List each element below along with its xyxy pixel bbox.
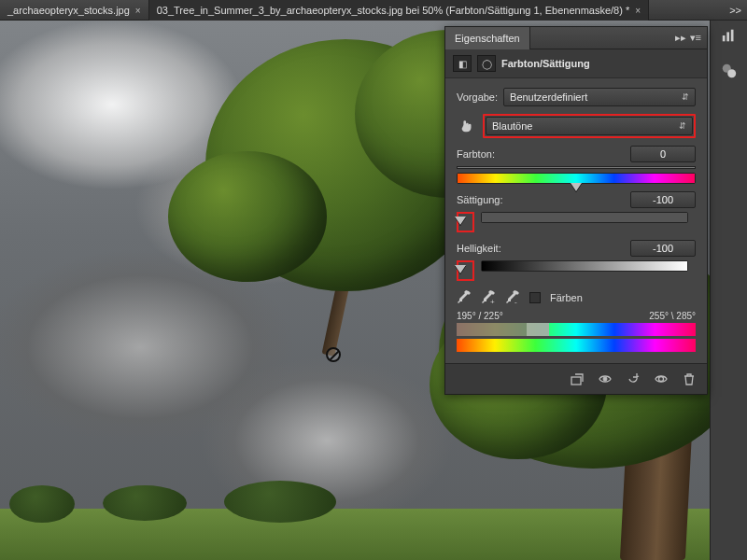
toggle-visibility-icon[interactable] <box>653 371 669 386</box>
colorize-label: Färben <box>550 292 583 303</box>
saturation-label: Sättigung: <box>457 194 503 205</box>
clip-to-layer-icon[interactable] <box>569 371 585 386</box>
panel-header[interactable]: Eigenschaften ▸▸ ▾≡ <box>445 27 707 49</box>
preset-label: Vorgabe: <box>457 91 498 103</box>
channel-value: Blautöne <box>492 120 532 132</box>
histogram-panel-icon[interactable] <box>719 26 740 45</box>
mask-icon[interactable]: ◯ <box>477 55 496 72</box>
saturation-value-input[interactable]: -100 <box>630 191 696 208</box>
svg-point-4 <box>727 69 736 77</box>
lightness-value-input[interactable]: -100 <box>630 240 696 257</box>
svg-point-8 <box>603 377 607 381</box>
preset-value: Benutzerdefiniert <box>510 91 587 103</box>
reset-icon[interactable] <box>625 371 641 386</box>
right-dock <box>710 21 747 560</box>
channel-select[interactable]: Blautöne ⇵ <box>486 117 693 135</box>
lightness-slider[interactable] <box>481 260 688 272</box>
eyedropper-subtract-icon[interactable]: - <box>505 290 520 305</box>
panel-menu-icon[interactable]: ▾≡ <box>690 32 701 44</box>
svg-text:+: + <box>490 298 495 305</box>
saturation-slider[interactable] <box>481 212 688 223</box>
tab-label: _archaeopteryx_stocks.jpg <box>7 5 130 16</box>
document-tab[interactable]: 03_Tree_in_Summer_3_by_archaeopteryx_sto… <box>149 0 649 21</box>
close-icon[interactable]: × <box>135 6 141 16</box>
panel-collapse-icon[interactable]: ▸▸ <box>675 32 686 44</box>
targeted-adjust-icon[interactable] <box>457 117 477 135</box>
tab-overflow-button[interactable]: >> <box>724 0 747 20</box>
hue-range-bar-bottom[interactable] <box>457 339 696 352</box>
view-previous-icon[interactable] <box>597 371 613 386</box>
adjustment-header: ◧ ◯ Farbton/Sättigung <box>445 49 707 78</box>
lightness-label: Helligkeit: <box>457 243 501 254</box>
document-tab-bar: _archaeopteryx_stocks.jpg × 03_Tree_in_S… <box>0 0 747 21</box>
properties-panel: Eigenschaften ▸▸ ▾≡ ◧ ◯ Farbton/Sättigun… <box>444 26 708 395</box>
tab-label: 03_Tree_in_Summer_3_by_archaeopteryx_sto… <box>157 5 630 16</box>
svg-rect-0 <box>722 35 725 41</box>
chevron-updown-icon: ⇵ <box>679 121 686 131</box>
preset-select[interactable]: Benutzerdefiniert ⇵ <box>503 88 696 106</box>
svg-rect-7 <box>571 377 581 385</box>
adjustment-type-icon[interactable]: ◧ <box>453 55 472 72</box>
range-right-label: 255° \ 285° <box>649 311 696 321</box>
adjustment-title: Farbton/Sättigung <box>501 58 590 69</box>
slider-thumb[interactable] <box>455 265 466 273</box>
delete-icon[interactable] <box>681 371 698 386</box>
document-tab[interactable]: _archaeopteryx_stocks.jpg × <box>0 0 149 21</box>
swatches-panel-icon[interactable] <box>719 62 740 80</box>
hue-value-input[interactable]: 0 <box>630 146 696 162</box>
svg-rect-2 <box>730 30 733 42</box>
eyedropper-icon[interactable] <box>457 290 472 305</box>
colorize-checkbox[interactable] <box>529 292 541 303</box>
no-drop-cursor-icon <box>326 347 341 362</box>
hue-range-bar-top[interactable] <box>457 323 696 336</box>
close-icon[interactable]: × <box>635 6 641 16</box>
svg-rect-1 <box>726 32 729 41</box>
svg-point-9 <box>659 377 664 382</box>
chevron-updown-icon: ⇵ <box>682 92 689 102</box>
panel-tab[interactable]: Eigenschaften <box>445 27 530 49</box>
eyedropper-add-icon[interactable]: + <box>481 290 496 305</box>
hue-slider[interactable] <box>457 173 696 184</box>
panel-footer <box>445 363 707 394</box>
hue-track-top <box>457 166 696 169</box>
slider-thumb[interactable] <box>455 217 466 225</box>
range-left-label: 195° / 225° <box>457 311 503 321</box>
svg-text:-: - <box>514 298 517 305</box>
slider-thumb[interactable] <box>571 183 582 191</box>
hue-label: Farbton: <box>457 148 495 160</box>
